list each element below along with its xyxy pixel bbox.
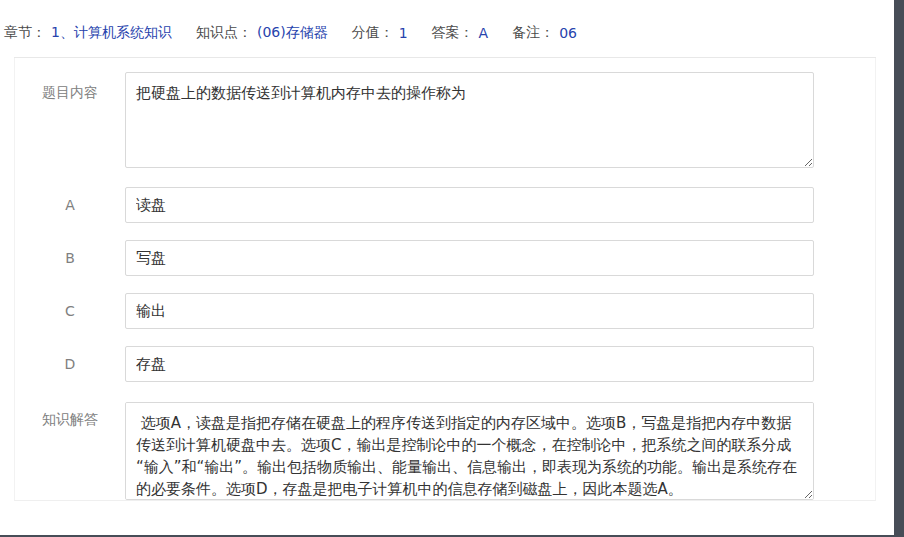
option-b-input[interactable] <box>125 240 814 276</box>
meta-score-label: 分值： <box>352 24 394 42</box>
option-a-row: A <box>15 187 814 223</box>
question-content-field: 把硬盘上的数据传送到计算机内存中去的操作称为 <box>125 72 814 168</box>
explanation-label: 知识解答 <box>15 402 125 500</box>
window: { "colors": { "meta_value_blue": "#2743a… <box>0 0 904 537</box>
meta-answer-value: A <box>479 25 489 41</box>
option-a-input[interactable] <box>125 187 814 223</box>
option-d-row: D <box>15 346 814 382</box>
question-meta-bar: 章节： 1、计算机系统知识 知识点： (06)存储器 分值： 1 答案： A 备… <box>0 0 894 57</box>
meta-chapter: 章节： 1、计算机系统知识 <box>4 24 172 42</box>
option-c-row: C <box>15 293 814 329</box>
explanation-row: 知识解答 选项A，读盘是指把存储在硬盘上的程序传送到指定的内存区域中。选项B，写… <box>15 402 814 500</box>
meta-answer-label: 答案： <box>432 24 474 42</box>
explanation-textarea[interactable]: 选项A，读盘是指把存储在硬盘上的程序传送到指定的内存区域中。选项B，写盘是指把内… <box>125 402 814 500</box>
meta-remark: 备注： 06 <box>512 24 577 42</box>
question-content-textarea[interactable]: 把硬盘上的数据传送到计算机内存中去的操作称为 <box>125 72 814 168</box>
meta-knowledge-point: 知识点： (06)存储器 <box>196 24 328 42</box>
question-detail-page: 章节： 1、计算机系统知识 知识点： (06)存储器 分值： 1 答案： A 备… <box>0 0 894 535</box>
meta-remark-value: 06 <box>559 25 577 41</box>
meta-chapter-label: 章节： <box>4 24 46 42</box>
meta-knowledge-point-value: (06)存储器 <box>257 24 328 42</box>
option-b-row: B <box>15 240 814 276</box>
meta-remark-label: 备注： <box>512 24 554 42</box>
question-content-row: 题目内容 把硬盘上的数据传送到计算机内存中去的操作称为 <box>15 72 814 168</box>
option-b-label: B <box>15 250 125 266</box>
option-b-field <box>125 240 814 276</box>
option-d-label: D <box>15 356 125 372</box>
meta-chapter-value: 1、计算机系统知识 <box>51 24 172 42</box>
meta-score-value: 1 <box>399 25 408 41</box>
option-a-field <box>125 187 814 223</box>
option-c-label: C <box>15 303 125 319</box>
option-a-label: A <box>15 197 125 213</box>
meta-knowledge-point-label: 知识点： <box>196 24 252 42</box>
option-c-field <box>125 293 814 329</box>
question-content-label: 题目内容 <box>15 72 125 168</box>
option-d-field <box>125 346 814 382</box>
meta-score: 分值： 1 <box>352 24 408 42</box>
explanation-field: 选项A，读盘是指把存储在硬盘上的程序传送到指定的内存区域中。选项B，写盘是指把内… <box>125 402 814 500</box>
window-right-edge <box>894 0 904 537</box>
option-d-input[interactable] <box>125 346 814 382</box>
meta-answer: 答案： A <box>432 24 489 42</box>
option-c-input[interactable] <box>125 293 814 329</box>
question-form-panel: 题目内容 把硬盘上的数据传送到计算机内存中去的操作称为 A B C D <box>14 58 876 501</box>
